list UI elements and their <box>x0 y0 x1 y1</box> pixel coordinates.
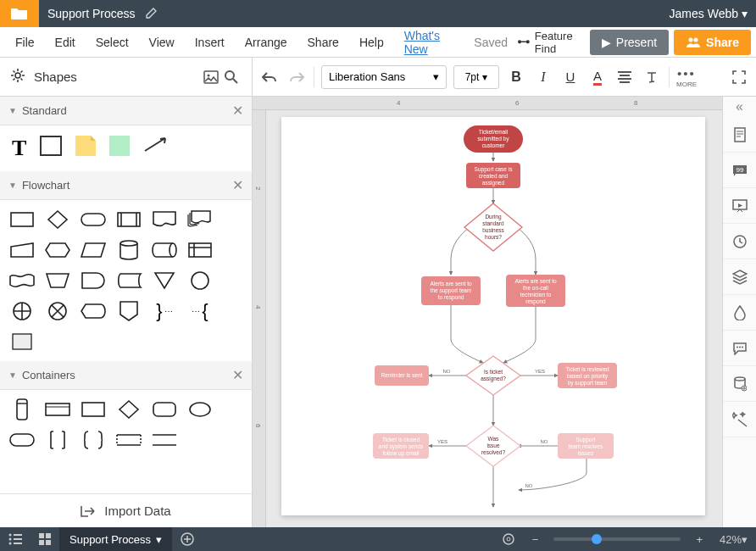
shape-papertape[interactable] <box>8 270 36 292</box>
panel-standard-header[interactable]: ▼ Standard ✕ <box>0 97 252 125</box>
menu-file[interactable]: File <box>5 36 45 49</box>
zoom-in-button[interactable]: + <box>687 527 711 551</box>
shape-preparation[interactable] <box>44 239 71 261</box>
dock-present-icon[interactable] <box>723 188 757 224</box>
undo-button[interactable] <box>259 67 280 87</box>
folder-icon[interactable] <box>0 0 39 27</box>
menu-edit[interactable]: Edit <box>45 36 86 49</box>
dock-data-icon[interactable] <box>723 366 757 402</box>
shape-internal[interactable] <box>186 239 214 261</box>
shape-rect-open2[interactable] <box>151 429 178 451</box>
font-size-selector[interactable]: 7pt ▾ <box>453 65 499 89</box>
add-page-button[interactable] <box>172 527 203 551</box>
menu-whats-new[interactable]: What's New <box>394 29 464 56</box>
present-button[interactable]: ▶ Present <box>590 30 669 55</box>
menu-view[interactable]: View <box>139 36 185 49</box>
shape-connector[interactable] <box>186 270 214 292</box>
shape-ellipse[interactable] <box>186 398 214 420</box>
panel-containers-header[interactable]: ▼ Containers ✕ <box>0 361 252 390</box>
menu-select[interactable]: Select <box>86 36 139 49</box>
shape-note[interactable] <box>75 136 96 156</box>
shape-or[interactable] <box>8 300 36 322</box>
search-icon[interactable] <box>221 67 242 87</box>
shape-decision[interactable] <box>44 209 71 231</box>
zoom-thumb[interactable] <box>592 534 602 544</box>
rename-icon[interactable] <box>146 7 158 21</box>
dock-magic-icon[interactable] <box>723 402 757 437</box>
close-icon[interactable]: ✕ <box>232 177 243 193</box>
align-button[interactable] <box>614 67 635 87</box>
document-title[interactable]: Support Process <box>39 7 136 20</box>
italic-button[interactable]: I <box>533 67 553 87</box>
font-selector[interactable]: Liberation Sans ▾ <box>321 65 447 89</box>
shape-merge[interactable] <box>151 270 178 292</box>
shape-pill-v[interactable] <box>8 398 36 420</box>
page-tab[interactable]: Support Process ▾ <box>59 527 172 551</box>
panel-flowchart-header[interactable]: ▼ Flowchart ✕ <box>0 171 252 200</box>
zoom-out-button[interactable]: − <box>524 527 548 551</box>
shape-junction[interactable] <box>44 300 71 322</box>
flowchart-diagram[interactable]: YES NO NO YES YES NO NO Ticket/email sub… <box>281 117 705 515</box>
share-button[interactable]: Share <box>674 30 751 55</box>
grid-view-icon[interactable] <box>31 527 59 551</box>
shape-bracket1[interactable] <box>44 429 71 451</box>
shape-rect2[interactable] <box>44 398 71 420</box>
feature-find[interactable]: Feature Find <box>518 30 578 55</box>
page[interactable]: YES NO NO YES YES NO NO Ticket/email sub… <box>281 117 705 515</box>
zoom-slider[interactable] <box>553 537 681 541</box>
shape-note-rect[interactable] <box>8 331 36 353</box>
more-button[interactable]: ••• MORE <box>676 66 697 88</box>
image-icon[interactable] <box>201 67 221 87</box>
shape-rectangle[interactable] <box>40 136 62 156</box>
shape-process[interactable] <box>8 209 36 231</box>
shape-brace-l[interactable]: ⋯{ <box>186 300 214 322</box>
menu-help[interactable]: Help <box>349 36 394 49</box>
collapse-dock-icon[interactable]: « <box>723 97 756 117</box>
list-view-icon[interactable] <box>0 527 31 551</box>
shape-brace-r[interactable]: }⋯ <box>151 300 178 322</box>
zoom-level[interactable]: 42% ▾ <box>711 527 756 551</box>
shape-multidoc[interactable] <box>186 209 214 231</box>
shape-database[interactable] <box>115 239 142 261</box>
shape-arrow[interactable] <box>143 136 169 161</box>
close-icon[interactable]: ✕ <box>232 367 243 383</box>
shape-pill-h[interactable] <box>8 429 36 451</box>
user-menu[interactable]: James Webb ▾ <box>670 7 756 20</box>
clear-format-button[interactable] <box>642 67 662 87</box>
shape-block[interactable] <box>109 136 130 156</box>
close-icon[interactable]: ✕ <box>232 103 243 119</box>
shape-directdata[interactable] <box>151 239 178 261</box>
dock-comment-icon[interactable]: 99 <box>723 153 757 188</box>
shape-diamond2[interactable] <box>115 398 142 420</box>
bold-button[interactable]: B <box>506 67 526 87</box>
shape-text[interactable]: T <box>12 136 26 161</box>
shape-stored[interactable] <box>115 270 142 292</box>
shape-rounded[interactable] <box>151 398 178 420</box>
menu-insert[interactable]: Insert <box>185 36 235 49</box>
shape-data[interactable] <box>80 239 107 261</box>
menu-share[interactable]: Share <box>297 36 349 49</box>
target-icon[interactable] <box>493 527 524 551</box>
dock-page-icon[interactable] <box>723 117 757 153</box>
import-data-button[interactable]: Import Data <box>0 493 252 527</box>
dock-fill-icon[interactable] <box>723 295 757 331</box>
dock-layers-icon[interactable] <box>723 259 757 295</box>
shape-predefined[interactable] <box>115 209 142 231</box>
dock-history-icon[interactable] <box>723 224 757 259</box>
text-color-button[interactable]: A <box>587 67 608 87</box>
shape-display[interactable] <box>80 300 107 322</box>
shape-delay[interactable] <box>80 270 107 292</box>
shape-bracket2[interactable] <box>80 429 107 451</box>
shape-document[interactable] <box>151 209 178 231</box>
shape-offpage[interactable] <box>115 300 142 322</box>
dock-chat-icon[interactable] <box>723 331 757 366</box>
shapes-panel-header[interactable]: Shapes <box>0 58 253 97</box>
shape-rect3[interactable] <box>80 398 107 420</box>
fullscreen-button[interactable] <box>729 67 749 87</box>
shape-manual[interactable] <box>8 239 36 261</box>
canvas[interactable]: 4 6 8 2 4 6 <box>253 97 722 527</box>
shape-rect-open[interactable] <box>115 429 142 451</box>
shape-terminator[interactable] <box>80 209 107 231</box>
redo-button[interactable] <box>286 67 307 87</box>
menu-arrange[interactable]: Arrange <box>235 36 297 49</box>
